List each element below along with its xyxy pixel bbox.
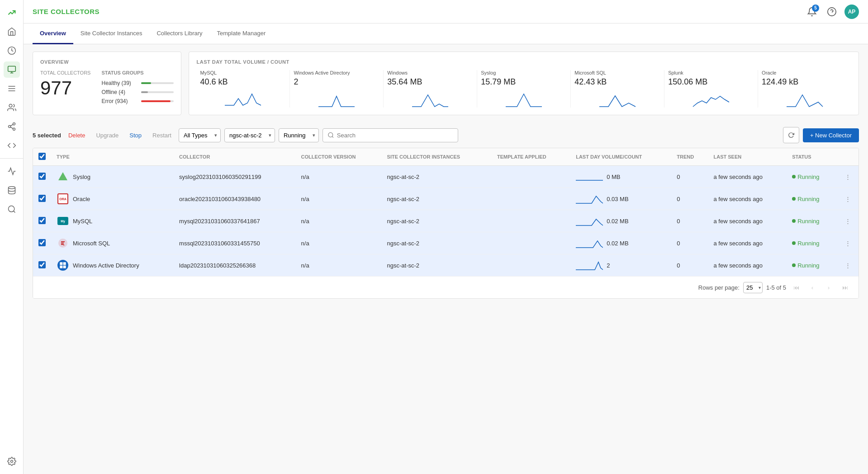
- metric-mysql-name: MySQL: [200, 70, 286, 75]
- table-row: ORA Oracle oracle20231031060343938480 n/…: [33, 188, 859, 210]
- first-page-button[interactable]: ⏮: [790, 281, 802, 294]
- delete-button[interactable]: Delete: [65, 129, 89, 142]
- status-filter[interactable]: Running: [279, 128, 319, 142]
- sidebar-item-settings[interactable]: [4, 453, 20, 469]
- td-actions-5: ⋮: [837, 254, 859, 277]
- tab-overview[interactable]: Overview: [33, 23, 73, 44]
- overview-card: OVERVIEW TOTAL COLLECTORS 977 STATUS GRO…: [33, 52, 181, 115]
- table-row: Microsoft SQL mssql20231031060331455750 …: [33, 232, 859, 254]
- th-volume: LAST DAY VOLUME/COUNT: [570, 148, 671, 166]
- table-row: Windows Active Directory ldap20231031060…: [33, 254, 859, 277]
- next-page-button[interactable]: ›: [822, 281, 835, 294]
- more-button-4[interactable]: ⋮: [842, 238, 853, 249]
- svg-point-7: [9, 104, 12, 108]
- td-template-1: [492, 166, 570, 188]
- sidebar-item-activity[interactable]: [4, 163, 20, 179]
- td-template-4: [492, 232, 570, 254]
- status-running-3: Running: [792, 218, 831, 225]
- main-content: SITE COLLECTORS 5 AP Overview Site Colle…: [24, 0, 868, 474]
- metric-oracle-sparkline: [762, 89, 848, 108]
- td-lastseen-1: a few seconds ago: [708, 166, 787, 188]
- row-checkbox-5[interactable]: [38, 261, 46, 268]
- row-checkbox-2[interactable]: [38, 195, 46, 202]
- sidebar-item-integrations[interactable]: [4, 118, 20, 135]
- svg-point-16: [10, 460, 13, 463]
- th-template: TEMPLATE APPLIED: [492, 148, 570, 166]
- type-filter-wrapper: All Types: [179, 128, 221, 142]
- row-checkbox-1[interactable]: [38, 173, 46, 180]
- status-offline-label: Offline (4): [101, 89, 138, 95]
- td-template-2: [492, 188, 570, 210]
- windows-icon: [59, 262, 66, 269]
- more-button-1[interactable]: ⋮: [842, 171, 853, 182]
- metric-splunk: Splunk 150.06 MB: [664, 70, 758, 108]
- search-input[interactable]: [337, 129, 453, 142]
- prev-page-button[interactable]: ‹: [806, 281, 819, 294]
- metric-splunk-name: Splunk: [668, 70, 754, 75]
- td-instances-5: ngsc-at-sc-2: [382, 254, 492, 277]
- stop-button[interactable]: Stop: [126, 129, 145, 142]
- more-button-3[interactable]: ⋮: [842, 216, 853, 226]
- td-status-2: Running: [787, 188, 837, 210]
- status-error-fill: [141, 100, 171, 102]
- overview-total: TOTAL COLLECTORS 977: [40, 70, 90, 104]
- table-sparkline-2: [576, 193, 603, 204]
- status-healthy-fill: [141, 82, 151, 84]
- sidebar-item-search[interactable]: [4, 201, 20, 217]
- metric-oracle-name: Oracle: [762, 70, 848, 75]
- refresh-button[interactable]: [783, 127, 799, 143]
- td-trend-1: 0: [671, 166, 708, 188]
- status-dot-2: [792, 197, 796, 201]
- row-checkbox-3[interactable]: [38, 217, 46, 224]
- instance-filter[interactable]: ngsc-at-sc-2: [224, 128, 275, 142]
- sidebar: [0, 0, 24, 474]
- metric-mssql-value: 42.43 kB: [574, 77, 660, 87]
- table-body: Syslog syslog20231031060350291199 n/a ng…: [33, 166, 859, 277]
- notification-icon[interactable]: 5: [805, 5, 819, 19]
- status-dot-3: [792, 219, 796, 223]
- tab-library[interactable]: Collectors Library: [149, 23, 209, 44]
- page-range: 1-5 of 5: [766, 284, 786, 291]
- sidebar-logo[interactable]: [4, 5, 20, 21]
- status-row-healthy: Healthy (39): [101, 80, 174, 86]
- svg-rect-26: [60, 266, 62, 268]
- sidebar-item-menu[interactable]: [4, 80, 20, 97]
- overview-section-label: OVERVIEW: [40, 59, 174, 65]
- th-instances: SITE COLLECTOR INSTANCES: [382, 148, 492, 166]
- td-checkbox-1: [33, 166, 51, 188]
- more-button-2[interactable]: ⋮: [842, 193, 853, 204]
- last-page-button[interactable]: ⏭: [839, 281, 851, 294]
- user-avatar[interactable]: AP: [844, 5, 859, 19]
- topbar: SITE COLLECTORS 5 AP: [24, 0, 868, 23]
- th-collector: COLLECTOR: [174, 148, 296, 166]
- sidebar-item-code[interactable]: [4, 137, 20, 154]
- tab-instances[interactable]: Site Collector Instances: [73, 23, 150, 44]
- sidebar-item-dashboard[interactable]: [4, 42, 20, 59]
- tab-template[interactable]: Template Manager: [210, 23, 273, 44]
- upgrade-button[interactable]: Upgrade: [92, 129, 122, 142]
- selected-count: 5 selected: [33, 132, 61, 139]
- new-collector-button[interactable]: + New Collector: [803, 128, 859, 142]
- metrics-row: MySQL 40.6 kB Windows Active Directory 2: [196, 70, 851, 108]
- td-checkbox-5: [33, 254, 51, 277]
- sidebar-item-users[interactable]: [4, 99, 20, 116]
- sidebar-item-database[interactable]: [4, 182, 20, 198]
- rows-per-page-select[interactable]: 25: [743, 282, 763, 293]
- row-checkbox-4[interactable]: [38, 239, 46, 246]
- sidebar-item-collectors[interactable]: [4, 61, 20, 78]
- search-box[interactable]: [323, 128, 458, 142]
- status-error-bar: [141, 100, 174, 102]
- table: TYPE COLLECTOR COLLECTOR VERSION SITE CO…: [33, 148, 859, 276]
- help-icon[interactable]: [825, 5, 839, 19]
- type-filter[interactable]: All Types: [179, 128, 221, 142]
- metric-mssql-sparkline: [574, 89, 660, 108]
- refresh-icon: [788, 131, 794, 139]
- svg-rect-24: [60, 262, 62, 265]
- status-offline-bar: [141, 91, 174, 93]
- table-header-row: TYPE COLLECTOR COLLECTOR VERSION SITE CO…: [33, 148, 859, 166]
- select-all-checkbox[interactable]: [38, 153, 46, 160]
- td-version-1: n/a: [296, 166, 382, 188]
- more-button-5[interactable]: ⋮: [842, 260, 853, 271]
- sidebar-item-home[interactable]: [4, 23, 20, 40]
- restart-button[interactable]: Restart: [149, 129, 175, 142]
